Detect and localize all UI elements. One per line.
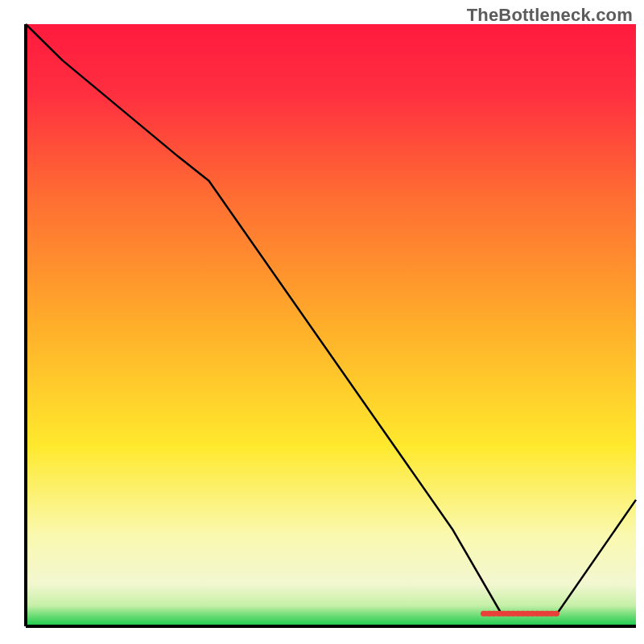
bottleneck-chart bbox=[0, 0, 644, 644]
plot-area bbox=[26, 24, 636, 626]
gradient-background bbox=[26, 24, 636, 626]
chart-container: { "watermark": "TheBottleneck.com", "cha… bbox=[0, 0, 644, 644]
watermark-text: TheBottleneck.com bbox=[467, 5, 633, 26]
